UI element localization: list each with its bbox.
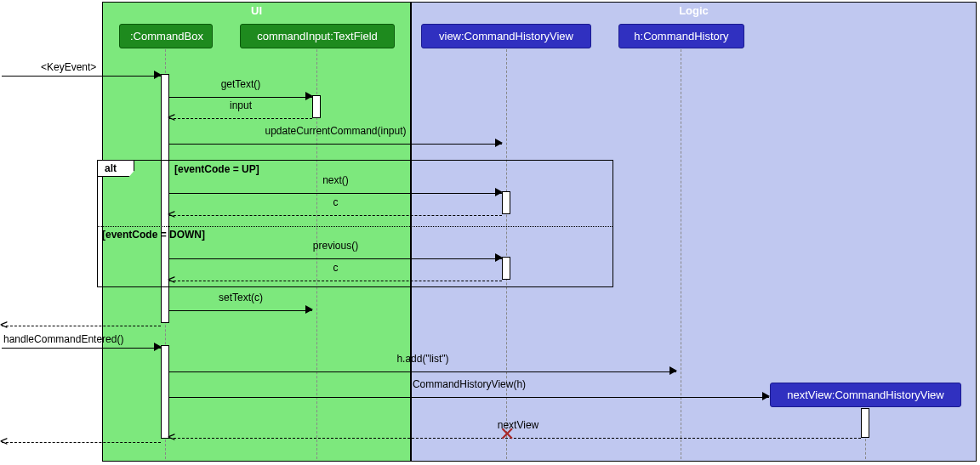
msg-addlist-label: h.add("list")	[169, 353, 676, 365]
msg-addlist: h.add("list")	[169, 366, 676, 377]
msg-input-return-label: input	[169, 99, 312, 111]
region-ui-label: UI	[103, 3, 410, 17]
participant-commandinput: commandInput:TextField	[240, 24, 395, 48]
msg-settext: setText(c)	[169, 304, 312, 316]
participant-history: h:CommandHistory	[618, 24, 744, 48]
alt-guard-down: [eventCode = DOWN]	[102, 229, 205, 241]
alt-label: alt	[98, 161, 134, 177]
activation-commandinput-1	[312, 95, 321, 118]
activation-nextview	[861, 408, 869, 438]
msg-updatecurrent-label: updateCurrentCommand(input)	[169, 125, 502, 137]
msg-handleentered	[2, 342, 161, 354]
alt-guard-up: [eventCode = UP]	[174, 163, 259, 175]
msg-previous-label: previous()	[169, 240, 502, 252]
msg-updatecurrent: updateCurrentCommand(input)	[169, 138, 502, 150]
msg-c-return-2: c <	[169, 275, 502, 286]
region-logic-label: Logic	[412, 3, 976, 17]
msg-next-label: next()	[169, 174, 502, 186]
msg-nextview-return-label: nextView	[467, 419, 569, 431]
msg-keyevent	[2, 70, 161, 82]
activation-commandbox-2	[161, 345, 169, 439]
msg-return-outside-2: <	[2, 436, 161, 448]
msg-c-return-1-label: c	[169, 196, 502, 208]
participant-view: view:CommandHistoryView	[421, 24, 591, 48]
msg-return-outside-1: <	[2, 320, 161, 332]
msg-createview: CommandHistoryView(h)	[169, 391, 769, 403]
msg-input-return: input <	[169, 112, 312, 124]
msg-c-return-1: c <	[169, 209, 502, 221]
destroy-view-icon: ✕	[499, 423, 515, 445]
alt-divider	[98, 226, 612, 227]
msg-createview-label: CommandHistoryView(h)	[169, 378, 769, 390]
participant-commandbox: :CommandBox	[119, 24, 213, 48]
msg-gettext-label: getText()	[169, 78, 312, 90]
msg-c-return-2-label: c	[169, 262, 502, 274]
msg-nextview-return: nextView <	[169, 432, 861, 444]
sequence-diagram: UI Logic :CommandBox commandInput:TextFi…	[0, 0, 980, 465]
msg-settext-label: setText(c)	[169, 292, 312, 303]
participant-nextview: nextView:CommandHistoryView	[770, 383, 961, 407]
